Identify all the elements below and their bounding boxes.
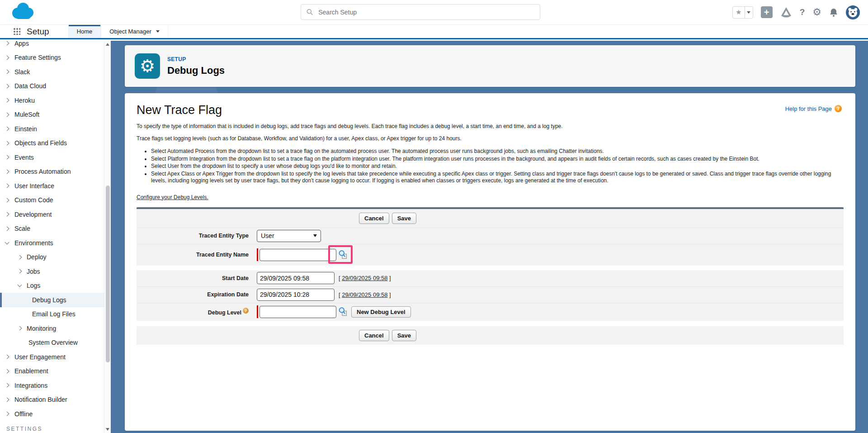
chevron-right-icon	[5, 212, 9, 217]
lookup-button[interactable]	[338, 307, 348, 317]
tab-home[interactable]: Home	[68, 25, 101, 38]
scrollbar-thumb[interactable]	[106, 186, 110, 362]
setup-sidebar: Apps Feature Settings Slack Data Cloud H…	[0, 41, 111, 433]
favorites-control: ★	[732, 6, 753, 19]
instruction-list: Select Automated Process from the dropdo…	[151, 148, 844, 185]
sidebar-item-process-automation[interactable]: Process Automation	[0, 165, 111, 179]
sidebar-item-mulesoft[interactable]: MuleSoft	[0, 108, 111, 122]
sidebar-item-jobs[interactable]: Jobs	[0, 264, 111, 279]
chevron-right-icon	[5, 127, 9, 131]
start-date-input[interactable]	[257, 272, 335, 284]
sidebar-item-offline[interactable]: Offline	[0, 407, 111, 421]
chevron-right-icon	[5, 226, 9, 231]
scroll-down-icon[interactable]	[106, 428, 109, 431]
form-section-top: Cancel Save Traced Entity Type User	[137, 209, 844, 266]
form-row-traced-entity-name: Traced Entity Name	[137, 244, 844, 266]
setup-navbar: Setup Home Object Manager	[0, 24, 868, 39]
help-orange-icon: ?	[835, 105, 842, 112]
help-icon[interactable]: ?	[800, 7, 805, 17]
sidebar-item-slack[interactable]: Slack	[0, 65, 111, 79]
configure-debug-levels-link[interactable]: Configure your Debug Levels.	[137, 194, 208, 200]
app-label: Setup	[27, 27, 49, 37]
sidebar-scrollbar[interactable]	[104, 41, 111, 433]
current-datetime-link: [ 29/09/2025 09:58 ]	[339, 291, 391, 298]
chevron-right-icon	[18, 255, 22, 259]
avatar-bear-icon	[846, 5, 860, 19]
sidebar-item-enablement[interactable]: Enablement	[0, 364, 111, 379]
content-card: New Trace Flag Help for this Page ? To s…	[125, 93, 855, 431]
sidebar-item-monitoring[interactable]: Monitoring	[0, 321, 111, 336]
setup-gear-icon[interactable]: ⚙	[812, 6, 821, 18]
form-row-start-date: Start Date [ 29/09/2025 09:58 ]	[137, 270, 844, 286]
cancel-button[interactable]: Cancel	[359, 213, 389, 224]
sidebar-tree: Apps Feature Settings Slack Data Cloud H…	[0, 41, 111, 432]
main-region: ⚙ SETUP Debug Logs New Trace Flag Help f…	[111, 41, 868, 433]
global-header: ★ + ? ⚙	[0, 0, 868, 24]
scroll-up-icon[interactable]	[106, 43, 109, 46]
sidebar-item-notification-builder[interactable]: Notification Builder	[0, 393, 111, 407]
user-avatar[interactable]	[846, 5, 860, 19]
header-actions: ★ + ? ⚙	[732, 0, 860, 24]
form-row-traced-entity-type: Traced Entity Type User	[137, 228, 844, 244]
field-help-icon[interactable]: ?	[243, 308, 249, 314]
salesforce-logo[interactable]	[10, 2, 35, 24]
add-icon[interactable]: +	[761, 6, 773, 18]
sidebar-item-user-engagement[interactable]: User Engagement	[0, 350, 111, 364]
expiration-date-now-link[interactable]: 29/09/2025 09:58	[342, 291, 387, 298]
trace-flag-form: Cancel Save Traced Entity Type User	[137, 207, 844, 345]
start-date-now-link[interactable]: 29/09/2025 09:58	[342, 275, 387, 281]
save-button[interactable]: Save	[392, 330, 416, 341]
tab-object-manager-label: Object Manager	[109, 28, 151, 35]
sidebar-item-integrations[interactable]: Integrations	[0, 378, 111, 393]
chevron-right-icon	[5, 98, 9, 103]
setup-tile-gear-icon: ⚙	[135, 53, 160, 79]
sidebar-item-feature-settings[interactable]: Feature Settings	[0, 51, 111, 65]
sidebar-item-apps[interactable]: Apps	[0, 41, 111, 51]
sidebar-item-scale[interactable]: Scale	[0, 222, 111, 236]
favorites-star-icon[interactable]: ★	[733, 6, 745, 19]
tab-home-label: Home	[77, 28, 93, 35]
chevron-right-icon	[5, 55, 9, 60]
sidebar-item-data-cloud[interactable]: Data Cloud	[0, 79, 111, 94]
lookup-button[interactable]	[338, 250, 348, 260]
sidebar-item-events[interactable]: Events	[0, 150, 111, 165]
required-indicator	[257, 248, 258, 261]
sidebar-item-logs[interactable]: Logs	[0, 279, 111, 293]
intro-text: To specify the type of information that …	[137, 123, 844, 142]
sidebar-item-custom-code[interactable]: Custom Code	[0, 193, 111, 208]
sidebar-item-deploy[interactable]: Deploy	[0, 250, 111, 265]
sidebar-item-heroku[interactable]: Heroku	[0, 93, 111, 108]
sidebar-item-user-interface[interactable]: User Interface	[0, 179, 111, 193]
new-debug-level-button[interactable]: New Debug Level	[351, 306, 411, 318]
favorites-caret-icon[interactable]	[745, 6, 753, 19]
expiration-date-input[interactable]	[257, 289, 335, 301]
help-for-this-page-link[interactable]: Help for this Page ?	[785, 105, 842, 112]
chevron-right-icon	[18, 269, 22, 274]
app-launcher-waffle-icon[interactable]	[14, 28, 20, 35]
debug-level-input[interactable]	[259, 306, 336, 318]
sidebar-item-email-log-files[interactable]: Email Log Files	[0, 307, 111, 322]
sidebar-item-development[interactable]: Development	[0, 207, 111, 222]
traced-entity-type-select[interactable]: User	[257, 230, 321, 242]
form-row-debug-level: Debug Level? New Debug	[137, 303, 844, 321]
required-indicator	[257, 305, 258, 318]
field-label: Start Date	[137, 275, 257, 281]
chevron-right-icon	[5, 412, 9, 416]
chevron-right-icon	[5, 355, 9, 359]
guidance-center-icon[interactable]	[780, 6, 792, 18]
sidebar-item-environments[interactable]: Environments	[0, 236, 111, 250]
search-input[interactable]	[318, 9, 534, 16]
sidebar-item-objects-and-fields[interactable]: Objects and Fields	[0, 136, 111, 151]
traced-entity-name-input[interactable]	[259, 249, 336, 261]
sidebar-item-einstein[interactable]: Einstein	[0, 122, 111, 136]
tab-object-manager[interactable]: Object Manager	[101, 25, 168, 38]
chevron-right-icon	[5, 112, 9, 117]
save-button[interactable]: Save	[392, 213, 416, 224]
page-header-card: ⚙ SETUP Debug Logs	[125, 45, 855, 87]
sidebar-item-debug-logs[interactable]: Debug Logs	[0, 293, 111, 307]
sidebar-item-system-overview[interactable]: System Overview	[0, 336, 111, 350]
cancel-button[interactable]: Cancel	[359, 330, 389, 341]
lookup-magnifier-icon	[338, 250, 348, 259]
chevron-right-icon	[18, 326, 22, 331]
notifications-bell-icon[interactable]	[829, 8, 838, 17]
